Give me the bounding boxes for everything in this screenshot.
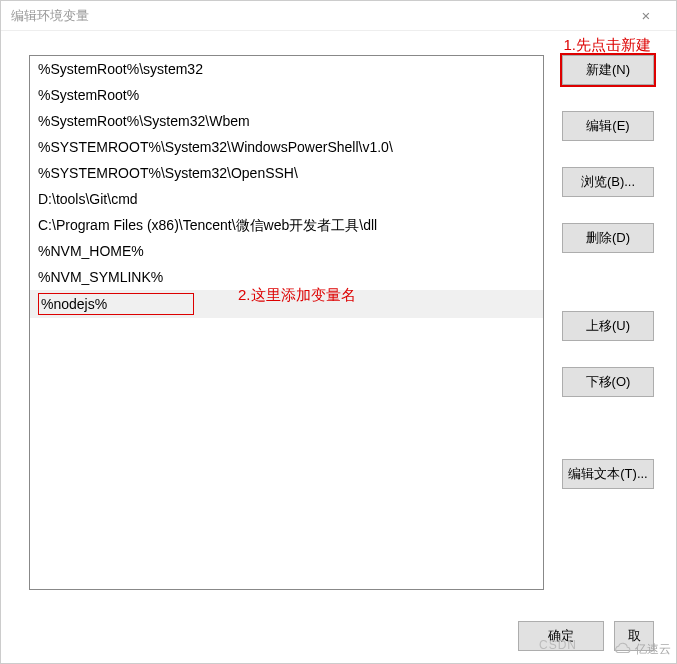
edit-button[interactable]: 编辑(E): [562, 111, 654, 141]
titlebar: 编辑环境变量 ×: [1, 1, 676, 31]
dialog-footer: 确定 取: [1, 609, 676, 663]
list-item[interactable]: %SystemRoot%: [30, 82, 543, 108]
move-up-button[interactable]: 上移(U): [562, 311, 654, 341]
delete-button[interactable]: 删除(D): [562, 223, 654, 253]
side-button-column: 新建(N) 编辑(E) 浏览(B)... 删除(D) 上移(U) 下移(O) 编…: [562, 55, 654, 609]
edit-text-button[interactable]: 编辑文本(T)...: [562, 459, 654, 489]
list-item[interactable]: %SYSTEMROOT%\System32\WindowsPowerShell\…: [30, 134, 543, 160]
path-listbox[interactable]: %SystemRoot%\system32 %SystemRoot% %Syst…: [29, 55, 544, 590]
list-item[interactable]: %NVM_HOME%: [30, 238, 543, 264]
new-button[interactable]: 新建(N): [562, 55, 654, 85]
list-item[interactable]: %SystemRoot%\system32: [30, 56, 543, 82]
ok-button[interactable]: 确定: [518, 621, 604, 651]
list-item[interactable]: D:\tools\Git\cmd: [30, 186, 543, 212]
cancel-button[interactable]: 取: [614, 621, 654, 651]
close-icon[interactable]: ×: [626, 7, 666, 24]
window-title: 编辑环境变量: [11, 7, 626, 25]
inline-edit-input[interactable]: %nodejs%: [38, 293, 194, 315]
move-down-button[interactable]: 下移(O): [562, 367, 654, 397]
list-item[interactable]: %NVM_SYMLINK%: [30, 264, 543, 290]
list-item[interactable]: C:\Program Files (x86)\Tencent\微信web开发者工…: [30, 212, 543, 238]
dialog-body: %SystemRoot%\system32 %SystemRoot% %Syst…: [1, 31, 676, 609]
list-item[interactable]: %SYSTEMROOT%\System32\OpenSSH\: [30, 160, 543, 186]
dialog-window: 编辑环境变量 × %SystemRoot%\system32 %SystemRo…: [0, 0, 677, 664]
list-item[interactable]: %SystemRoot%\System32\Wbem: [30, 108, 543, 134]
browse-button[interactable]: 浏览(B)...: [562, 167, 654, 197]
list-item-editing[interactable]: %nodejs%: [30, 290, 543, 318]
